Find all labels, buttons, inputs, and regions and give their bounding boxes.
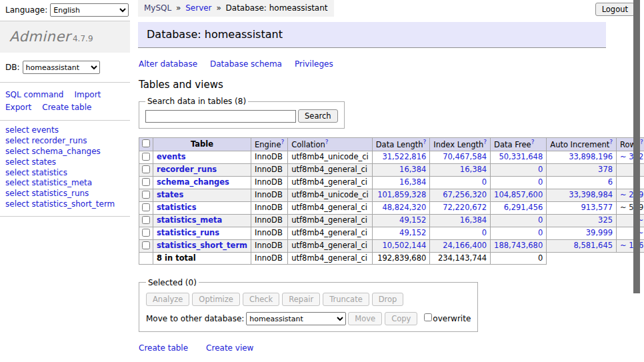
index-length-link[interactable]: 0: [482, 177, 487, 187]
data-free-link[interactable]: 0: [538, 215, 543, 225]
index-length-cell: 16,384: [430, 214, 491, 227]
data-free-link[interactable]: 0: [538, 165, 543, 174]
data-free-cell: 188,743,680: [491, 239, 547, 252]
auto-increment-link[interactable]: 8,581,645: [574, 241, 613, 250]
check-button[interactable]: Check: [243, 293, 279, 306]
row-checkbox[interactable]: [142, 216, 150, 224]
analyze-button[interactable]: Analyze: [146, 293, 189, 306]
row-checkbox[interactable]: [142, 153, 150, 161]
sidebar-item-select-statistics-meta[interactable]: select statistics_meta: [5, 178, 125, 189]
auto-increment-link[interactable]: 33,398,984: [569, 190, 613, 199]
version-link[interactable]: 4.7.9: [73, 34, 93, 43]
link-privileges[interactable]: Privileges: [295, 59, 333, 69]
index-length-link[interactable]: 70,467,584: [443, 152, 487, 161]
data-length-link[interactable]: 49,152: [399, 215, 426, 225]
optimize-button[interactable]: Optimize: [192, 293, 240, 306]
auto-increment-link[interactable]: 33,898,196: [569, 152, 613, 161]
index-length-link[interactable]: 0: [482, 228, 487, 237]
sidebar-item-select-statistics[interactable]: select statistics: [5, 168, 125, 179]
index-length-link[interactable]: 16,384: [460, 215, 487, 225]
search-input[interactable]: [145, 110, 296, 123]
index-length-link[interactable]: 72,220,672: [443, 203, 487, 212]
move-db-select[interactable]: homeassistant: [246, 312, 346, 325]
sidebar-link-export[interactable]: Export: [5, 103, 31, 112]
data-length-link[interactable]: 49,152: [399, 228, 426, 237]
data-length-link[interactable]: 31,522,816: [382, 152, 426, 161]
data-free-link[interactable]: 104,857,600: [494, 190, 543, 199]
table-row: statistics_metaInnoDButf8mb4_general_ci4…: [139, 214, 644, 227]
divider: [0, 216, 130, 217]
data-length-link[interactable]: 16,384: [399, 165, 426, 174]
help-icon[interactable]: ?: [281, 139, 284, 145]
index-length-link[interactable]: 16,384: [460, 165, 487, 174]
table-link-statistics-runs[interactable]: statistics_runs: [157, 228, 219, 237]
sidebar-item-select-statistics-short-term[interactable]: select statistics_short_term: [5, 199, 125, 210]
link-create-table[interactable]: Create table: [139, 343, 188, 353]
sidebar: Language:English Adminer4.7.9 DB:homeass…: [0, 0, 130, 217]
data-length-link[interactable]: 101,859,328: [377, 190, 426, 199]
db-select[interactable]: homeassistant: [23, 61, 100, 74]
row-checkbox[interactable]: [142, 203, 150, 211]
sidebar-item-select-events[interactable]: select events: [5, 125, 125, 136]
table-link-statistics[interactable]: statistics: [157, 203, 197, 212]
row-checkbox[interactable]: [142, 165, 150, 173]
breadcrumb-server[interactable]: Server: [185, 3, 211, 13]
repair-button[interactable]: Repair: [282, 293, 320, 306]
col-header-data-free: Data Free?: [491, 138, 547, 151]
move-button[interactable]: Move: [348, 312, 382, 325]
auto-increment-cell: 325: [547, 214, 617, 227]
link-alter-database[interactable]: Alter database: [139, 59, 197, 69]
table-link-states[interactable]: states: [157, 190, 183, 199]
data-length-link[interactable]: 10,502,144: [382, 241, 426, 250]
row-checkbox[interactable]: [142, 191, 150, 199]
auto-increment-link[interactable]: 378: [598, 165, 613, 174]
table-link-schema-changes[interactable]: schema_changes: [157, 177, 229, 187]
logout-button[interactable]: Logout: [595, 3, 635, 16]
link-create-view[interactable]: Create view: [206, 343, 253, 353]
sidebar-item-select-schema-changes[interactable]: select schema_changes: [5, 147, 125, 157]
data-length-link[interactable]: 48,824,320: [382, 203, 426, 212]
data-free-link[interactable]: 188,743,680: [494, 241, 543, 250]
select-all-checkbox[interactable]: [142, 139, 150, 147]
data-length-link[interactable]: 16,384: [399, 177, 426, 187]
data-free-link[interactable]: 0: [538, 177, 543, 187]
help-icon[interactable]: ?: [609, 139, 613, 145]
help-icon[interactable]: ?: [483, 139, 487, 145]
help-icon[interactable]: ?: [325, 139, 329, 145]
drop-button[interactable]: Drop: [372, 293, 404, 306]
language-select[interactable]: English: [50, 3, 129, 17]
auto-increment-link[interactable]: 325: [598, 215, 613, 225]
table-link-events[interactable]: events: [157, 152, 186, 161]
scrollbar-thumb[interactable]: [633, 0, 640, 293]
row-checkbox[interactable]: [142, 178, 150, 186]
table-link-statistics-meta[interactable]: statistics_meta: [157, 215, 222, 225]
data-free-link[interactable]: 0: [538, 228, 543, 237]
auto-increment-link[interactable]: 6: [608, 177, 613, 187]
sidebar-link-import[interactable]: Import: [74, 90, 101, 99]
auto-increment-cell: 33,398,984: [547, 189, 617, 201]
sidebar-item-select-recorder-runs[interactable]: select recorder_runs: [5, 136, 125, 147]
copy-button[interactable]: Copy: [385, 312, 417, 325]
index-length-link[interactable]: 24,166,400: [443, 241, 487, 250]
sidebar-link-sql-command[interactable]: SQL command: [5, 90, 63, 99]
help-icon[interactable]: ?: [531, 139, 535, 145]
auto-increment-link[interactable]: 913,577: [581, 203, 613, 212]
link-database-schema[interactable]: Database schema: [210, 59, 282, 69]
overwrite-checkbox[interactable]: [424, 313, 432, 321]
auto-increment-link[interactable]: 39,999: [586, 228, 613, 237]
breadcrumb-mysql[interactable]: MySQL: [144, 3, 171, 13]
sidebar-item-select-states[interactable]: select states: [5, 157, 125, 168]
index-length-link[interactable]: 67,256,320: [443, 190, 487, 199]
table-link-statistics-short-term[interactable]: statistics_short_term: [157, 241, 247, 250]
search-button[interactable]: Search: [298, 109, 338, 123]
sidebar-item-select-statistics-runs[interactable]: select statistics_runs: [5, 189, 125, 199]
help-icon[interactable]: ?: [423, 139, 427, 145]
data-free-link[interactable]: 6,291,456: [504, 203, 543, 212]
table-link-recorder-runs[interactable]: recorder_runs: [157, 165, 217, 174]
sidebar-link-create-table[interactable]: Create table: [42, 103, 91, 112]
truncate-button[interactable]: Truncate: [323, 293, 369, 306]
data-free-link[interactable]: 50,331,648: [499, 152, 543, 161]
scrollbar[interactable]: [633, 0, 641, 362]
row-checkbox[interactable]: [142, 241, 150, 249]
row-checkbox[interactable]: [142, 229, 150, 237]
